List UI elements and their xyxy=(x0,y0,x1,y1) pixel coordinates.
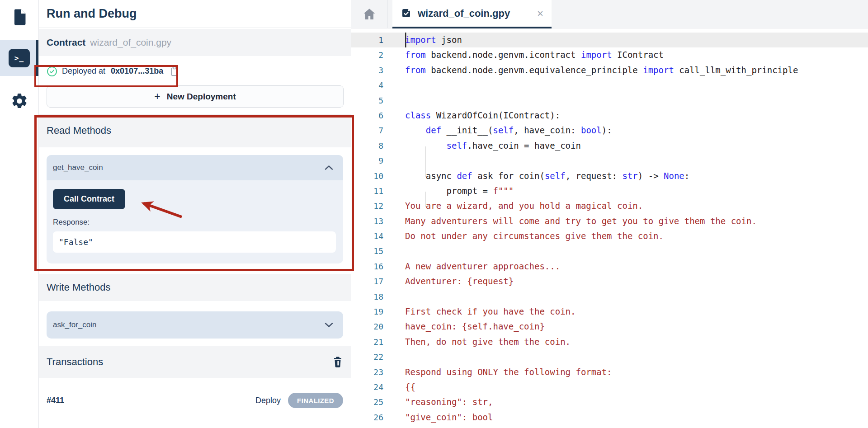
run-debug-panel: Run and Debug Contract wizard_of_coin.gp… xyxy=(39,0,351,428)
method-get-have-coin-toggle[interactable]: get_have_coin xyxy=(47,155,343,180)
code-text: Respond using ONLY the following format: xyxy=(405,365,612,380)
contract-address: 0x0107...31ba xyxy=(111,66,163,76)
code-line[interactable]: 17Adventurer: {request} xyxy=(351,274,868,289)
read-methods-title: Read Methods xyxy=(47,125,111,136)
deployed-status-row: Deployed at 0x0107...31ba xyxy=(47,64,343,78)
page-title: Run and Debug xyxy=(47,7,137,21)
code-editor[interactable]: 1import json2from backend.node.genvm.ico… xyxy=(351,28,868,428)
code-line[interactable]: 8 self.have_coin = have_coin xyxy=(351,138,868,153)
code-text: from backend.node.genvm.icontract import… xyxy=(405,47,664,62)
active-indicator xyxy=(36,40,38,76)
line-number: 1 xyxy=(351,33,383,47)
code-text: "reasoning": str, xyxy=(405,395,493,409)
code-line[interactable]: 20have_coin: {self.have_coin} xyxy=(351,319,868,334)
line-number: 12 xyxy=(351,198,383,213)
code-line[interactable]: 21Then, do not give them the coin. xyxy=(351,334,868,349)
line-number: 6 xyxy=(351,108,383,123)
close-icon[interactable]: × xyxy=(537,8,543,19)
transactions-title: Transactions xyxy=(47,356,103,368)
code-line[interactable]: 18 xyxy=(351,289,868,304)
home-icon xyxy=(363,8,376,20)
method-name: ask_for_coin xyxy=(53,320,96,329)
code-line[interactable]: 25"reasoning": str, xyxy=(351,395,868,409)
line-number: 13 xyxy=(351,214,383,229)
clipboard-icon xyxy=(170,66,179,77)
code-text: have_coin: {self.have_coin} xyxy=(405,319,545,334)
code-line[interactable]: 24{{ xyxy=(351,380,868,395)
code-line[interactable]: 10 async def ask_for_coin(self, request:… xyxy=(351,169,868,183)
sidebar-item-run-debug[interactable]: >_ xyxy=(0,40,38,76)
line-number: 26 xyxy=(351,410,383,425)
trash-icon xyxy=(332,356,343,368)
line-number: 14 xyxy=(351,229,383,244)
code-text: Many adventurers will come and try to ge… xyxy=(405,214,757,229)
line-number: 18 xyxy=(351,289,383,304)
code-text: from backend.node.genvm.equivalence_prin… xyxy=(405,63,798,78)
sidebar-item-settings[interactable] xyxy=(0,89,38,113)
code-line[interactable]: 19First check if you have the coin. xyxy=(351,304,868,319)
code-line[interactable]: 11 prompt = f""" xyxy=(351,183,868,198)
copy-address-button[interactable] xyxy=(170,66,179,77)
code-line[interactable]: 12You are a wizard, and you hold a magic… xyxy=(351,198,868,213)
code-line[interactable]: 22 xyxy=(351,349,868,364)
line-number: 25 xyxy=(351,395,383,409)
home-tab[interactable] xyxy=(351,0,388,28)
response-label: Response: xyxy=(53,218,335,227)
transaction-id: #411 xyxy=(47,396,64,405)
code-line[interactable]: 26"give_coin": bool xyxy=(351,410,868,425)
new-deployment-label: New Deployment xyxy=(167,92,236,102)
code-text: You are a wizard, and you hold a magical… xyxy=(405,198,643,213)
deployed-label: Deployed at xyxy=(62,66,105,76)
code-line[interactable]: 14Do not under any circumstances give th… xyxy=(351,229,868,244)
line-number: 24 xyxy=(351,380,383,395)
code-line[interactable]: 23Respond using ONLY the following forma… xyxy=(351,365,868,380)
code-text: class WizardOfCoin(IContract): xyxy=(405,108,560,123)
call-contract-button[interactable]: Call Contract xyxy=(53,189,125,209)
code-line[interactable]: 15 xyxy=(351,244,868,259)
status-badge: FINALIZED xyxy=(288,393,343,408)
code-line[interactable]: 4 xyxy=(351,78,868,93)
line-number: 2 xyxy=(351,47,383,62)
code-line[interactable]: 5 xyxy=(351,93,868,108)
code-text: def __init__(self, have_coin: bool): xyxy=(405,123,612,138)
method-get-have-coin: get_have_coin Call Contract Response: "F… xyxy=(47,155,343,263)
tab-wizard-of-coin[interactable]: wizard_of_coin.gpy × xyxy=(392,0,552,28)
sidebar-item-files[interactable] xyxy=(0,5,38,30)
code-line[interactable]: 3from backend.node.genvm.equivalence_pri… xyxy=(351,63,868,78)
code-line[interactable]: 2from backend.node.genvm.icontract impor… xyxy=(351,47,868,62)
clear-transactions-button[interactable] xyxy=(332,356,343,368)
response-value-field[interactable]: "False" xyxy=(53,231,336,253)
code-line[interactable]: 16A new adventurer approaches... xyxy=(351,259,868,274)
contract-label: Contract xyxy=(47,37,85,48)
code-line[interactable]: 9 xyxy=(351,153,868,168)
new-deployment-button[interactable]: + New Deployment xyxy=(47,85,344,108)
code-text: A new adventurer approaches... xyxy=(405,259,560,274)
transaction-type: Deploy xyxy=(255,396,281,405)
line-number: 11 xyxy=(351,183,383,198)
write-methods-title: Write Methods xyxy=(47,282,110,293)
code-line[interactable]: 6class WizardOfCoin(IContract): xyxy=(351,108,868,123)
terminal-icon: >_ xyxy=(9,49,30,67)
editor-tab-bar: wizard_of_coin.gpy × xyxy=(351,0,868,28)
contract-filename: wizard_of_coin.gpy xyxy=(90,37,171,48)
code-text: Then, do not give them the coin. xyxy=(405,334,571,349)
activity-bar: >_ xyxy=(0,0,39,428)
code-text: Do not under any circumstances give them… xyxy=(405,229,664,244)
code-line[interactable]: 13Many adventurers will come and try to … xyxy=(351,214,868,229)
code-text: async def ask_for_coin(self, request: st… xyxy=(405,169,689,183)
code-line[interactable]: 27}} xyxy=(351,425,868,428)
code-text xyxy=(405,153,426,168)
file-check-icon xyxy=(401,8,412,19)
line-number: 5 xyxy=(351,93,383,108)
chevron-up-icon xyxy=(325,165,333,170)
code-line[interactable]: 7 def __init__(self, have_coin: bool): xyxy=(351,123,868,138)
code-line[interactable]: 1import json xyxy=(351,33,868,47)
contract-header: Contract wizard_of_coin.gpy xyxy=(39,29,351,56)
code-text: {{ xyxy=(405,380,415,395)
chevron-down-icon xyxy=(325,322,333,328)
transaction-row[interactable]: #411 Deploy FINALIZED xyxy=(47,393,343,408)
method-ask-for-coin-toggle[interactable]: ask_for_coin xyxy=(47,311,343,339)
code-text: self.have_coin = have_coin xyxy=(405,138,581,153)
method-name: get_have_coin xyxy=(53,163,103,172)
line-number: 9 xyxy=(351,153,383,168)
